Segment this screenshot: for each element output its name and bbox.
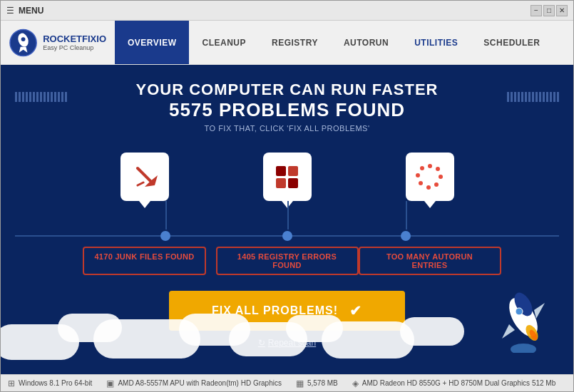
status-bar: ⊞ Windows 8.1 Pro 64-bit ▣ AMD A8-5557M … xyxy=(1,374,573,391)
title-bar-left: ☰ MENU xyxy=(6,6,43,16)
junk-badge: 4170 JUNK FILES FOUND xyxy=(73,247,216,275)
app-window: ☰ MENU − □ ✕ ROCKETFIXIO Easy PC Cleanup xyxy=(0,0,574,392)
logo-subtitle: Easy PC Cleanup xyxy=(43,44,106,51)
nav-item-utilities[interactable]: UTILITIES xyxy=(401,21,471,64)
checkmark-icon: ✔ xyxy=(349,302,362,319)
gpu-icon: ◈ xyxy=(352,378,359,388)
status-cpu: ▣ AMD A8-5557M APU with Radeon(tm) HD Gr… xyxy=(106,378,282,388)
nav-bar: ROCKETFIXIO Easy PC Cleanup OVERVIEW CLE… xyxy=(1,21,573,65)
nav-item-scheduler[interactable]: SCHEDULER xyxy=(471,21,553,64)
hero-line2: 5575 PROBLEMS FOUND xyxy=(1,99,573,121)
timeline-area xyxy=(15,229,559,241)
svg-line-4 xyxy=(138,168,152,182)
status-memory-text: 5,578 MB xyxy=(307,379,338,387)
maximize-button[interactable]: □ xyxy=(543,5,555,16)
menu-label: MENU xyxy=(19,6,43,16)
nav-items: OVERVIEW CLEANUP REGISTRY AUTORUN UTILIT… xyxy=(115,21,553,64)
autorun-badge: TOO MANY AUTORUN ENTRIES xyxy=(359,247,501,275)
svg-point-3 xyxy=(21,37,26,41)
features-section xyxy=(1,145,573,241)
junk-badge-text: 4170 JUNK FILES FOUND xyxy=(83,247,205,275)
repeat-scan-label: Repeat scan xyxy=(268,338,316,348)
autorun-column xyxy=(359,153,501,201)
cpu-icon: ▣ xyxy=(106,378,114,388)
registry-icon-box xyxy=(263,153,312,201)
grid-icon xyxy=(276,166,298,188)
nav-item-cleanup[interactable]: CLEANUP xyxy=(189,21,259,64)
header-section: YOUR COMPUTER CAN RUN FASTER 5575 PROBLE… xyxy=(1,65,573,140)
windows-icon: ⊞ xyxy=(8,378,15,388)
autorun-badge-text: TOO MANY AUTORUN ENTRIES xyxy=(359,247,501,275)
repeat-scan-link[interactable]: ↻ Repeat scan xyxy=(258,338,316,348)
main-content: YOUR COMPUTER CAN RUN FASTER 5575 PROBLE… xyxy=(1,65,573,374)
svg-line-6 xyxy=(138,182,143,185)
nav-item-overview[interactable]: OVERVIEW xyxy=(115,21,189,64)
status-gpu: ◈ AMD Radeon HD 8550G + HD 8750M Dual Gr… xyxy=(352,378,556,388)
junk-icon-box xyxy=(121,153,169,201)
window-controls: − □ ✕ xyxy=(531,5,568,16)
status-memory: ▦ 5,578 MB xyxy=(296,378,338,388)
broom-icon xyxy=(130,163,159,191)
logo-title: ROCKETFIXIO xyxy=(43,33,106,44)
autorun-icon-box xyxy=(406,153,454,201)
close-button[interactable]: ✕ xyxy=(556,5,568,16)
logo-text: ROCKETFIXIO Easy PC Cleanup xyxy=(43,33,106,51)
fix-button-row: FIX ALL PROBLEMS! ✔ xyxy=(1,281,573,335)
connectors-area xyxy=(15,201,559,229)
logo-area: ROCKETFIXIO Easy PC Cleanup xyxy=(1,29,115,57)
minimize-button[interactable]: − xyxy=(531,5,542,16)
repeat-scan-icon: ↻ xyxy=(258,338,265,348)
junk-column xyxy=(73,153,216,201)
hamburger-icon: ☰ xyxy=(6,6,14,16)
hero-line1: YOUR COMPUTER CAN RUN FASTER xyxy=(1,81,573,99)
fix-all-button[interactable]: FIX ALL PROBLEMS! ✔ xyxy=(169,291,405,331)
logo-icon xyxy=(9,29,37,57)
registry-badge: 1405 REGISTRY ERRORS FOUND xyxy=(216,247,359,275)
icons-row xyxy=(1,145,573,201)
dots-icon xyxy=(416,163,444,191)
fix-button-label: FIX ALL PROBLEMS! xyxy=(212,304,338,317)
dashes-right xyxy=(507,92,559,102)
memory-icon: ▦ xyxy=(296,378,304,388)
nav-item-autorun[interactable]: AUTORUN xyxy=(331,21,401,64)
registry-badge-text: 1405 REGISTRY ERRORS FOUND xyxy=(216,247,359,275)
dashes-left xyxy=(15,92,67,102)
nav-item-registry[interactable]: REGISTRY xyxy=(259,21,331,64)
status-cpu-text: AMD A8-5557M APU with Radeon(tm) HD Grap… xyxy=(118,379,282,387)
hero-line3: TO FIX THAT, CLICK 'FIX ALL PROBLEMS' xyxy=(1,124,573,133)
registry-column xyxy=(216,153,359,201)
status-os: ⊞ Windows 8.1 Pro 64-bit xyxy=(8,378,92,388)
problems-row: 4170 JUNK FILES FOUND 1405 REGISTRY ERRO… xyxy=(1,241,573,281)
title-bar: ☰ MENU − □ ✕ xyxy=(1,1,573,21)
repeat-scan-row: ↻ Repeat scan xyxy=(1,335,573,351)
status-os-text: Windows 8.1 Pro 64-bit xyxy=(19,379,92,387)
status-gpu-text: AMD Radeon HD 8550G + HD 8750M Dual Grap… xyxy=(362,379,556,387)
